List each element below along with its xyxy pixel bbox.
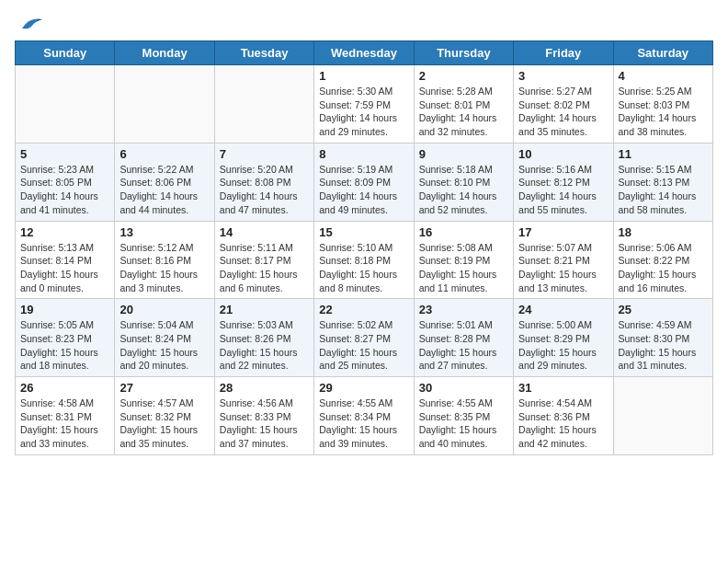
calendar-cell: 24Sunrise: 5:00 AM Sunset: 8:29 PM Dayli… (514, 299, 613, 377)
day-number: 4 (619, 69, 708, 83)
day-number: 18 (619, 225, 708, 239)
calendar-cell: 7Sunrise: 5:20 AM Sunset: 8:08 PM Daylig… (214, 143, 313, 221)
calendar-header-friday: Friday (514, 41, 613, 65)
day-number: 29 (319, 381, 408, 395)
day-number: 24 (518, 303, 608, 316)
day-number: 16 (419, 225, 508, 239)
day-number: 5 (20, 147, 109, 161)
page-header (15, 15, 713, 33)
calendar-cell: 8Sunrise: 5:19 AM Sunset: 8:09 PM Daylig… (314, 143, 414, 221)
calendar-header-tuesday: Tuesday (214, 41, 313, 65)
day-number: 6 (119, 147, 209, 161)
day-number: 8 (319, 147, 408, 161)
day-info: Sunrise: 5:10 AM Sunset: 8:18 PM Dayligh… (319, 241, 408, 295)
calendar-week-row: 19Sunrise: 5:05 AM Sunset: 8:23 PM Dayli… (16, 299, 713, 377)
logo (15, 15, 51, 33)
calendar-cell: 3Sunrise: 5:27 AM Sunset: 8:02 PM Daylig… (514, 65, 613, 144)
day-info: Sunrise: 5:06 AM Sunset: 8:22 PM Dayligh… (619, 241, 708, 295)
calendar-cell: 29Sunrise: 4:55 AM Sunset: 8:34 PM Dayli… (314, 377, 414, 455)
day-info: Sunrise: 5:23 AM Sunset: 8:05 PM Dayligh… (20, 163, 109, 217)
calendar-cell: 21Sunrise: 5:03 AM Sunset: 8:26 PM Dayli… (214, 299, 313, 377)
day-number: 17 (518, 225, 608, 239)
calendar-cell: 15Sunrise: 5:10 AM Sunset: 8:18 PM Dayli… (314, 221, 414, 299)
day-info: Sunrise: 5:01 AM Sunset: 8:28 PM Dayligh… (419, 318, 508, 373)
calendar-header-row: SundayMondayTuesdayWednesdayThursdayFrid… (16, 41, 713, 65)
day-number: 25 (619, 303, 708, 316)
day-info: Sunrise: 5:20 AM Sunset: 8:08 PM Dayligh… (220, 163, 309, 217)
day-info: Sunrise: 5:16 AM Sunset: 8:12 PM Dayligh… (518, 163, 608, 217)
calendar-cell: 10Sunrise: 5:16 AM Sunset: 8:12 PM Dayli… (514, 143, 613, 221)
calendar-cell (16, 65, 115, 144)
calendar-cell: 19Sunrise: 5:05 AM Sunset: 8:23 PM Dayli… (16, 299, 115, 377)
calendar-header-saturday: Saturday (613, 41, 712, 65)
calendar-cell: 31Sunrise: 4:54 AM Sunset: 8:36 PM Dayli… (514, 377, 613, 455)
day-info: Sunrise: 5:12 AM Sunset: 8:16 PM Dayligh… (119, 241, 209, 295)
day-number: 10 (518, 147, 608, 161)
day-info: Sunrise: 5:15 AM Sunset: 8:13 PM Dayligh… (619, 163, 708, 217)
calendar-cell: 4Sunrise: 5:25 AM Sunset: 8:03 PM Daylig… (613, 65, 712, 144)
calendar-cell (613, 377, 712, 455)
calendar-cell: 18Sunrise: 5:06 AM Sunset: 8:22 PM Dayli… (613, 221, 712, 299)
calendar-cell: 14Sunrise: 5:11 AM Sunset: 8:17 PM Dayli… (214, 221, 313, 299)
calendar-cell: 23Sunrise: 5:01 AM Sunset: 8:28 PM Dayli… (414, 299, 513, 377)
day-info: Sunrise: 5:13 AM Sunset: 8:14 PM Dayligh… (20, 241, 109, 295)
calendar-cell: 12Sunrise: 5:13 AM Sunset: 8:14 PM Dayli… (16, 221, 115, 299)
day-number: 28 (220, 381, 309, 395)
calendar-header-thursday: Thursday (414, 41, 513, 65)
calendar-cell: 25Sunrise: 4:59 AM Sunset: 8:30 PM Dayli… (613, 299, 712, 377)
day-info: Sunrise: 5:04 AM Sunset: 8:24 PM Dayligh… (119, 318, 209, 373)
day-info: Sunrise: 4:56 AM Sunset: 8:33 PM Dayligh… (220, 396, 309, 451)
calendar-table: SundayMondayTuesdayWednesdayThursdayFrid… (15, 40, 713, 455)
calendar-cell: 27Sunrise: 4:57 AM Sunset: 8:32 PM Dayli… (115, 377, 214, 455)
day-number: 2 (419, 69, 508, 83)
calendar-cell: 16Sunrise: 5:08 AM Sunset: 8:19 PM Dayli… (414, 221, 513, 299)
calendar-cell: 26Sunrise: 4:58 AM Sunset: 8:31 PM Dayli… (16, 377, 115, 455)
day-info: Sunrise: 5:05 AM Sunset: 8:23 PM Dayligh… (20, 318, 109, 373)
calendar-cell: 11Sunrise: 5:15 AM Sunset: 8:13 PM Dayli… (613, 143, 712, 221)
calendar-cell: 20Sunrise: 5:04 AM Sunset: 8:24 PM Dayli… (115, 299, 214, 377)
calendar-cell: 1Sunrise: 5:30 AM Sunset: 7:59 PM Daylig… (314, 65, 414, 144)
calendar-cell: 28Sunrise: 4:56 AM Sunset: 8:33 PM Dayli… (214, 377, 313, 455)
day-info: Sunrise: 5:08 AM Sunset: 8:19 PM Dayligh… (419, 241, 508, 295)
day-info: Sunrise: 5:28 AM Sunset: 8:01 PM Dayligh… (419, 85, 508, 139)
day-number: 21 (220, 303, 309, 316)
day-info: Sunrise: 5:30 AM Sunset: 7:59 PM Dayligh… (319, 85, 408, 139)
calendar-header-wednesday: Wednesday (314, 41, 414, 65)
day-info: Sunrise: 5:07 AM Sunset: 8:21 PM Dayligh… (518, 241, 608, 295)
day-info: Sunrise: 5:25 AM Sunset: 8:03 PM Dayligh… (619, 85, 708, 139)
calendar-cell: 13Sunrise: 5:12 AM Sunset: 8:16 PM Dayli… (115, 221, 214, 299)
calendar-cell: 6Sunrise: 5:22 AM Sunset: 8:06 PM Daylig… (115, 143, 214, 221)
day-number: 11 (619, 147, 708, 161)
day-info: Sunrise: 4:59 AM Sunset: 8:30 PM Dayligh… (619, 318, 708, 373)
day-number: 27 (119, 381, 209, 395)
day-info: Sunrise: 4:57 AM Sunset: 8:32 PM Dayligh… (119, 396, 209, 451)
calendar-cell: 17Sunrise: 5:07 AM Sunset: 8:21 PM Dayli… (514, 221, 613, 299)
calendar-cell: 22Sunrise: 5:02 AM Sunset: 8:27 PM Dayli… (314, 299, 414, 377)
day-number: 12 (20, 225, 109, 239)
day-number: 30 (419, 381, 508, 395)
day-info: Sunrise: 4:58 AM Sunset: 8:31 PM Dayligh… (20, 396, 109, 451)
calendar-week-row: 12Sunrise: 5:13 AM Sunset: 8:14 PM Dayli… (16, 221, 713, 299)
logo-bird-icon (15, 15, 44, 33)
calendar-header-monday: Monday (115, 41, 214, 65)
calendar-week-row: 26Sunrise: 4:58 AM Sunset: 8:31 PM Dayli… (16, 377, 713, 455)
calendar-cell: 2Sunrise: 5:28 AM Sunset: 8:01 PM Daylig… (414, 65, 513, 144)
day-number: 14 (220, 225, 309, 239)
day-number: 13 (119, 225, 209, 239)
day-info: Sunrise: 5:19 AM Sunset: 8:09 PM Dayligh… (319, 163, 408, 217)
day-info: Sunrise: 5:03 AM Sunset: 8:26 PM Dayligh… (220, 318, 309, 373)
day-number: 22 (319, 303, 408, 316)
day-number: 19 (20, 303, 109, 316)
calendar-week-row: 1Sunrise: 5:30 AM Sunset: 7:59 PM Daylig… (16, 65, 713, 144)
calendar-week-row: 5Sunrise: 5:23 AM Sunset: 8:05 PM Daylig… (16, 143, 713, 221)
day-number: 15 (319, 225, 408, 239)
day-info: Sunrise: 5:27 AM Sunset: 8:02 PM Dayligh… (518, 85, 608, 139)
calendar-cell (115, 65, 214, 144)
calendar-cell: 30Sunrise: 4:55 AM Sunset: 8:35 PM Dayli… (414, 377, 513, 455)
day-info: Sunrise: 5:11 AM Sunset: 8:17 PM Dayligh… (220, 241, 309, 295)
day-info: Sunrise: 4:55 AM Sunset: 8:35 PM Dayligh… (419, 396, 508, 451)
day-number: 20 (119, 303, 209, 316)
day-number: 23 (419, 303, 508, 316)
day-number: 31 (518, 381, 608, 395)
day-number: 7 (220, 147, 309, 161)
